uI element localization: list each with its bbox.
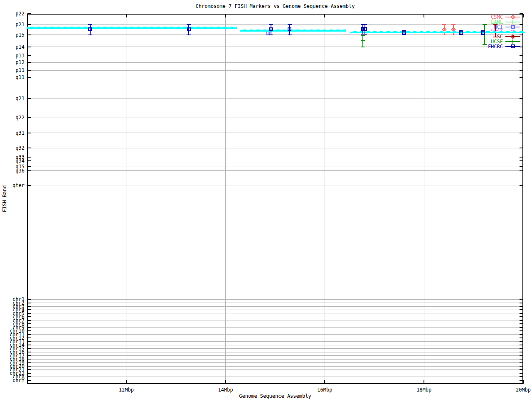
fhcrc-error-cap [269, 24, 273, 25]
band-label-p14: p14 [0, 44, 25, 49]
csmc-error-cap [442, 34, 446, 35]
fhcrc-error-cap [288, 34, 292, 35]
band-label-p21: p21 [0, 22, 25, 27]
band-label-p15: p15 [0, 32, 25, 37]
plot-area: 12Mbp14Mbp16Mbp18Mbp20Mbpp22p21p15p14p13… [0, 0, 532, 399]
csmc-error-cap [451, 34, 456, 35]
ucsf-error-cap [361, 47, 365, 47]
legend-label-fhcrc: FHCRC [457, 44, 503, 49]
contig-segment-1 [27, 27, 237, 29]
fhcrc-point-square-marker [363, 27, 367, 31]
sc-error-cap [493, 24, 498, 25]
fhcrc-point-square-marker [481, 31, 485, 34]
x-tick-label: 14Mbp [211, 387, 240, 393]
x-tick-label: 16Mbp [310, 387, 339, 393]
fhcrc-point-square-marker [288, 27, 291, 31]
band-label-q32: q32 [0, 145, 25, 150]
legend-lanl-plus-marker [512, 20, 513, 24]
csmc-error-cap [451, 24, 456, 25]
fhcrc-point-square-marker [269, 27, 273, 31]
fhcrc-error-cap [88, 24, 92, 25]
fhcrc-error-cap [187, 34, 191, 35]
ucsf-error-cap [483, 24, 487, 25]
ucsf-error-cap [483, 44, 487, 45]
fhcrc-point-square-marker [187, 27, 191, 31]
contig-segment-2 [240, 30, 345, 32]
fhcrc-error-cap [269, 34, 273, 35]
band-label-p11: p11 [0, 68, 25, 73]
band-label-p13: p13 [0, 53, 25, 58]
fhcrc-error-cap [363, 24, 367, 25]
band-label-q34: q34 [0, 158, 25, 163]
ucsf-point-plus-marker [362, 39, 363, 43]
band-label-p12: p12 [0, 60, 25, 65]
band-label-q22: q22 [0, 115, 25, 120]
legend-ucsf-plus-marker [512, 39, 513, 44]
band-label-qter: qter [0, 183, 25, 188]
x-tick-label: 18Mbp [409, 387, 438, 393]
band-label-q31: q31 [0, 131, 25, 135]
legend-nci-square-marker [511, 25, 515, 29]
fhcrc-error-cap [88, 34, 92, 35]
ucsf-error-cap [361, 35, 365, 36]
sc-error-cap [493, 37, 498, 37]
fhcrc-error-cap [187, 24, 191, 25]
band-label-chrY: chrY [0, 378, 25, 383]
band-label-q11: q11 [0, 75, 25, 80]
fhcrc-point-square-marker [459, 31, 463, 34]
chart-canvas: Chromosome 7 FISH Markers vs Genome Sequ… [0, 0, 532, 399]
x-tick-label: 12Mbp [112, 387, 141, 393]
contig-segment-3 [350, 31, 525, 33]
csmc-error-cap [442, 24, 446, 25]
fhcrc-error-cap [288, 24, 292, 25]
band-label-q36: q36 [0, 168, 25, 173]
fhcrc-point-square-marker [88, 27, 92, 31]
plot-frame [27, 14, 523, 384]
legend-fhcrc-square-marker [511, 44, 515, 48]
x-tick-label: 20Mbp [509, 387, 532, 393]
sc-error-bar [495, 25, 496, 37]
band-label-q21: q21 [0, 96, 25, 101]
fhcrc-error-cap [363, 34, 367, 34]
fhcrc-point-square-marker [402, 31, 406, 34]
band-label-p22: p22 [0, 11, 25, 16]
